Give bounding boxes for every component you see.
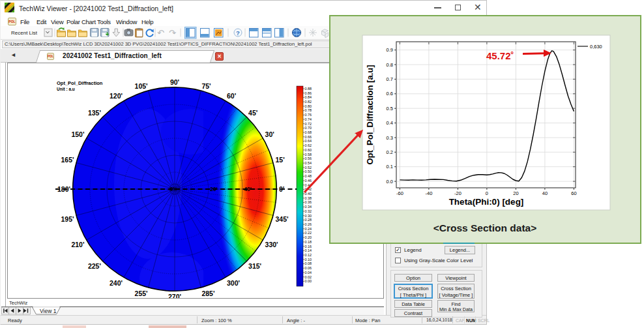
svg-text:0.5: 0.5	[387, 106, 393, 112]
svg-text:165': 165'	[61, 156, 74, 164]
svg-text:0.7: 0.7	[387, 76, 393, 82]
svg-text:135': 135'	[88, 109, 101, 117]
svg-text:0': 0'	[279, 185, 284, 193]
svg-text:0.22: 0.22	[305, 231, 312, 235]
svg-text:75': 75'	[201, 82, 211, 90]
svg-text:-40: -40	[425, 190, 432, 196]
svg-text:0.08: 0.08	[305, 261, 312, 265]
svg-text:0.24: 0.24	[305, 227, 312, 231]
svg-text:0.34: 0.34	[305, 205, 312, 209]
svg-text:0.04: 0.04	[305, 271, 312, 275]
svg-text:View 1: View 1	[40, 308, 57, 314]
svg-text:<Cross Section data>: <Cross Section data>	[433, 222, 537, 233]
svg-text:0.16: 0.16	[305, 245, 312, 248]
svg-text:-20: -20	[454, 190, 461, 196]
svg-text:0.86: 0.86	[305, 91, 312, 95]
svg-text:330': 330'	[265, 241, 278, 248]
svg-text:Theta(Phi:0) [deg]: Theta(Phi:0) [deg]	[449, 197, 524, 207]
svg-text:?: ?	[236, 29, 240, 37]
svg-text:0.78: 0.78	[305, 108, 312, 112]
svg-text:0.14: 0.14	[305, 248, 312, 252]
svg-text:40: 40	[542, 190, 548, 196]
svg-text:210': 210'	[71, 241, 84, 248]
svg-text:↷: ↷	[169, 28, 177, 38]
svg-text:↶: ↶	[157, 28, 164, 38]
svg-text:0.80: 0.80	[305, 104, 312, 108]
svg-text:255': 255'	[135, 290, 148, 297]
svg-text:0.02: 0.02	[305, 275, 312, 279]
svg-text:270': 270'	[168, 293, 181, 298]
svg-text:Unit : a.u: Unit : a.u	[57, 87, 75, 91]
svg-text:0.20: 0.20	[305, 235, 312, 239]
svg-text:240': 240'	[110, 279, 123, 287]
svg-text:195': 195'	[61, 215, 74, 223]
svg-text:Opt_Pol_Diffraction: Opt_Pol_Diffraction	[57, 80, 103, 86]
svg-text:0: 0	[486, 190, 488, 196]
svg-text:0.26: 0.26	[305, 222, 312, 226]
svg-text:0.30: 0.30	[305, 214, 312, 218]
svg-text:150': 150'	[71, 130, 84, 138]
svg-text:0.84: 0.84	[305, 95, 312, 99]
svg-text:0.12: 0.12	[305, 253, 312, 257]
svg-text:0.28: 0.28	[305, 218, 312, 222]
svg-text:20: 20	[513, 190, 518, 196]
svg-text:0.6: 0.6	[387, 91, 393, 97]
svg-text:0,630: 0,630	[590, 44, 602, 50]
svg-text:0.8: 0.8	[387, 62, 393, 68]
svg-text:285': 285'	[201, 290, 214, 297]
svg-text:0.00: 0.00	[305, 279, 312, 283]
svg-text:0.9: 0.9	[387, 47, 393, 53]
svg-text:105': 105'	[135, 82, 148, 90]
svg-text:0.18: 0.18	[305, 240, 312, 244]
svg-text:315': 315'	[248, 262, 261, 270]
svg-text:345': 345'	[276, 215, 289, 223]
svg-text:0.06: 0.06	[305, 266, 312, 270]
svg-text:120': 120'	[110, 92, 123, 100]
svg-text:Recent List: Recent List	[11, 30, 38, 36]
svg-text:225': 225'	[88, 262, 101, 270]
svg-text:0.88: 0.88	[305, 87, 312, 91]
svg-text:45.72˚: 45.72˚	[486, 50, 514, 61]
svg-text:0.76: 0.76	[305, 113, 312, 117]
svg-text:45': 45'	[248, 109, 257, 117]
svg-text:0.10: 0.10	[305, 258, 312, 261]
svg-text:0.32: 0.32	[305, 209, 312, 213]
svg-text:90': 90'	[170, 78, 179, 86]
svg-text:300': 300'	[227, 279, 240, 287]
svg-text:0.82: 0.82	[305, 100, 312, 104]
svg-text:15': 15'	[276, 156, 285, 164]
svg-text:180': 180'	[57, 185, 70, 193]
svg-text:30': 30'	[265, 130, 274, 138]
svg-text:60': 60'	[227, 92, 236, 100]
svg-text:60: 60	[571, 190, 576, 196]
